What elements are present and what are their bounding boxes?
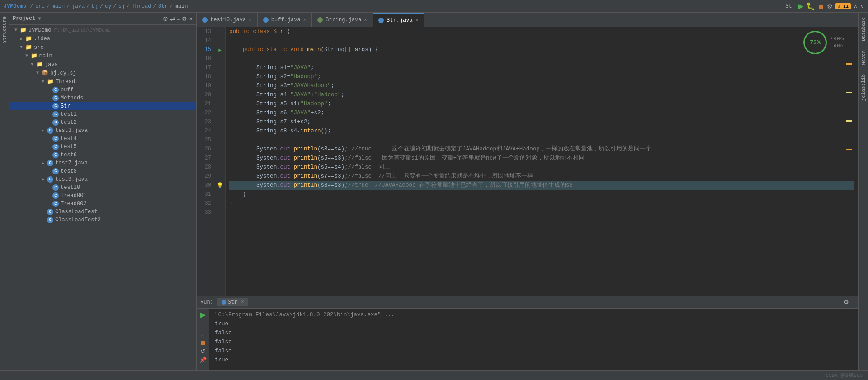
code-content[interactable]: public class Str { public static void ma… — [226, 27, 858, 296]
java-class-icon-tread002: C — [52, 201, 59, 207]
tab-close-str[interactable]: × — [415, 18, 419, 23]
code-line-14 — [229, 36, 854, 45]
expand-arrow-idea: ▶ — [20, 36, 25, 42]
tree-item-buff[interactable]: C buff — [9, 86, 196, 94]
tree-label-thread: Thread — [56, 79, 75, 85]
output-line-2: false — [215, 328, 853, 338]
tree-item-main[interactable]: ▼ 📁 main — [9, 52, 196, 60]
tree-item-classloadtest2[interactable]: C ClassLoadTest2 — [9, 216, 196, 224]
expand-arrow-src: ▼ — [20, 45, 25, 50]
debug-button[interactable]: 🐛 — [806, 2, 815, 10]
left-structure-panel: Structure — [0, 13, 9, 370]
memory-circle: 73% — [803, 31, 827, 54]
tree-label-str: Str — [61, 103, 71, 109]
tree-item-test8[interactable]: C test8 — [9, 167, 196, 175]
output-line-5: true — [215, 356, 853, 365]
tree-item-test4[interactable]: C test4 — [9, 135, 196, 143]
tree-item-classloadtest[interactable]: C ClassLoadTest — [9, 208, 196, 216]
bottom-left-tools: ▶ ↑ ↓ ⏹ ↺ 📌 — [197, 309, 209, 370]
stop-run-btn[interactable]: ⏹ — [200, 339, 206, 346]
tree-item-methods[interactable]: C Methods — [9, 94, 196, 102]
structure-tab[interactable]: Structure — [1, 13, 8, 47]
breadcrumb-sep6: / — [127, 3, 130, 9]
tree-item-thread[interactable]: ▼ 📁 Thread — [9, 77, 196, 86]
tree-label-idea: .idea — [34, 36, 50, 42]
run-tab-close[interactable]: × — [241, 300, 244, 305]
breadcrumb-cy: cy — [105, 3, 111, 9]
tab-test10[interactable]: test10.java × — [197, 13, 258, 27]
code-line-24: String s8=s4.intern(); — [229, 127, 854, 136]
bulb-icon-30[interactable]: 💡 — [217, 182, 223, 189]
tree-item-idea[interactable]: ▶ 📁 .idea — [9, 34, 196, 43]
bottom-content: ▶ ↑ ↓ ⏹ ↺ 📌 "C:\Program Files\Java\jdk1.… — [197, 309, 858, 370]
tab-maven[interactable]: Maven — [860, 46, 867, 70]
run-btn[interactable]: ▶ — [200, 310, 206, 319]
code-line-32: } — [229, 199, 854, 208]
tab-buff[interactable]: buff.java × — [258, 13, 312, 27]
tree-item-test1[interactable]: C test1 — [9, 110, 196, 118]
sidebar-sync-btn[interactable]: ⇄ — [170, 15, 175, 22]
code-line-22: String s6="JAVA"+s2; — [229, 108, 854, 117]
status-csdn: CSDN @候斌200 — [826, 372, 863, 379]
tree-item-jvmdemo[interactable]: ▼ 📁 JVMDemo F:\D\jianda\JVMDemo — [9, 26, 196, 34]
editor-area: test10.java × buff.java × String.java × … — [197, 13, 858, 370]
tree-label-tread002: Tread002 — [61, 201, 87, 207]
tree-item-test10[interactable]: C test10 — [9, 183, 196, 192]
scroll-down-btn[interactable]: ↓ — [201, 330, 204, 337]
memory-indicator[interactable]: 73% + 0 M/s - 0 M/s — [803, 31, 844, 54]
tree-item-tread002[interactable]: C Tread002 — [9, 200, 196, 208]
run-tab-label: Str — [228, 299, 238, 305]
tree-item-tread001[interactable]: C Tread001 — [9, 192, 196, 200]
tab-icon-buff — [263, 17, 269, 23]
run-button[interactable]: ▶ — [798, 2, 803, 10]
bottom-close-btn[interactable]: − — [851, 299, 854, 305]
tab-close-buff[interactable]: × — [303, 17, 307, 23]
expand-arrow-jvmdemo: ▼ — [14, 28, 20, 33]
tab-str[interactable]: Str.java × — [373, 13, 424, 27]
scroll-up-btn[interactable]: ↑ — [201, 321, 204, 328]
tree-label-tread001: Tread001 — [61, 192, 87, 199]
tree-label-classloadtest2: ClassLoadTest2 — [55, 217, 101, 223]
tree-item-test6[interactable]: C test6 — [9, 151, 196, 159]
rerun-btn[interactable]: ↺ — [200, 348, 205, 355]
java-class-icon-test6: C — [52, 152, 59, 158]
breadcrumb-sep7: / — [153, 3, 156, 9]
breadcrumb-sep5: / — [113, 3, 116, 9]
bottom-settings-btn[interactable]: ⚙ — [844, 299, 849, 305]
settings-button[interactable]: ⚙ — [827, 3, 833, 10]
breadcrumb-sep0: / — [30, 3, 33, 9]
tab-bar: test10.java × buff.java × String.java × … — [197, 13, 858, 27]
collapse-button[interactable]: ∨ — [860, 3, 864, 9]
tab-string[interactable]: String.java × — [312, 13, 373, 27]
tree-item-test2[interactable]: C test2 — [9, 118, 196, 127]
expand-button[interactable]: ∧ — [854, 3, 858, 9]
sidebar-settings-btn[interactable]: ⚙ — [182, 15, 187, 22]
pin-btn[interactable]: 📌 — [199, 357, 207, 363]
sidebar-add-btn[interactable]: ⊕ — [163, 15, 168, 22]
tab-database[interactable]: Database — [860, 13, 867, 46]
tree-item-src[interactable]: ▼ 📁 src — [9, 43, 196, 52]
tree-item-test9[interactable]: ▶ C test9.java — [9, 175, 196, 183]
tab-close-string[interactable]: × — [364, 17, 367, 23]
tab-label-string: String.java — [326, 17, 361, 23]
run-tab[interactable]: Str × — [217, 298, 249, 306]
project-dropdown-arrow[interactable]: ▼ — [38, 16, 41, 21]
tree-item-bjcysj[interactable]: ▼ 📦 bj.cy.sj — [9, 69, 196, 77]
code-editor[interactable]: 13 14 15 16 17 18 19 20 21 22 23 24 25 2… — [197, 27, 858, 296]
tree-item-test3[interactable]: ▶ C test3.java — [9, 127, 196, 135]
run-gutter-arrow-15[interactable]: ▶ — [218, 47, 222, 53]
tree-item-str[interactable]: C Str — [9, 102, 196, 110]
code-line-28: System.out.println(s6==s4);//false 同上 — [229, 163, 854, 172]
tab-close-test10[interactable]: × — [249, 17, 252, 23]
app-window: JVMDemo / src / main / java / bj / cy / … — [0, 0, 868, 380]
sidebar-close-btn[interactable]: × — [189, 15, 193, 22]
sidebar-collapse-btn[interactable]: ≡ — [177, 15, 180, 22]
java-class-icon-test3: C — [47, 127, 53, 134]
expand-arrow-java: ▼ — [31, 62, 36, 67]
tree-item-java[interactable]: ▼ 📁 java — [9, 60, 196, 69]
stop-button[interactable]: ⏹ — [818, 3, 824, 10]
tab-jclasslib[interactable]: jclasslib — [860, 70, 867, 105]
code-line-15: public static void main(String[] args) { — [229, 45, 854, 54]
tree-item-test5[interactable]: C test5 — [9, 143, 196, 151]
tree-item-test7[interactable]: ▶ C test7.java — [9, 159, 196, 167]
